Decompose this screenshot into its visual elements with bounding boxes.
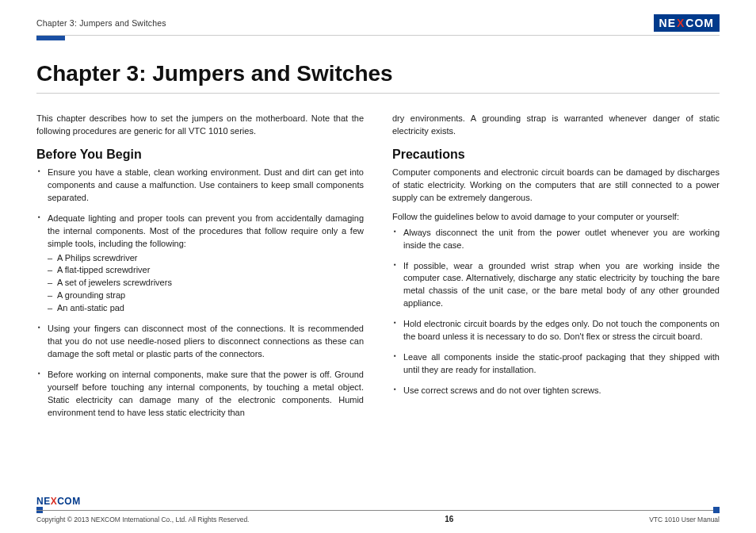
tool-item: A set of jewelers screwdrivers bbox=[36, 277, 364, 290]
tool-item: A flat-tipped screwdriver bbox=[36, 264, 364, 277]
precaution-item: If possible, wear a grounded wrist strap… bbox=[392, 260, 720, 311]
page-footer: NEXCOM Copyright © 2013 NEXCOM Internati… bbox=[36, 496, 720, 523]
precautions-p2: Follow the guidelines below to avoid dam… bbox=[392, 211, 720, 224]
before-item: Ensure you have a stable, clean working … bbox=[36, 167, 364, 205]
intro-paragraph: This chapter describes how to set the ju… bbox=[36, 113, 364, 138]
before-list-2: Using your fingers can disconnect most o… bbox=[36, 323, 364, 420]
precaution-item: Always disconnect the unit from the powe… bbox=[392, 227, 720, 252]
precaution-item: Hold electronic circuit boards by the ed… bbox=[392, 318, 720, 343]
right-column: dry environments. A grounding strap is w… bbox=[392, 113, 720, 533]
manual-name: VTC 1010 User Manual bbox=[649, 516, 720, 523]
footer-logo-b: COM bbox=[57, 496, 81, 507]
right-continuation: dry environments. A grounding strap is w… bbox=[392, 113, 720, 138]
before-list: Ensure you have a stable, clean working … bbox=[36, 167, 364, 251]
footer-rule bbox=[36, 508, 720, 512]
header-bar: Chapter 3: Jumpers and Switches NEXCOM bbox=[36, 14, 720, 36]
accent-bar bbox=[36, 36, 65, 40]
copyright-text: Copyright © 2013 NEXCOM International Co… bbox=[36, 516, 249, 523]
before-item: Before working on internal components, m… bbox=[36, 369, 364, 420]
precaution-item: Leave all components inside the static-p… bbox=[392, 351, 720, 377]
tool-item: A grounding strap bbox=[36, 290, 364, 302]
before-item: Adequate lighting and proper tools can p… bbox=[36, 213, 364, 251]
footer-logo-a: NE bbox=[36, 496, 51, 507]
tool-item: A Philips screwdriver bbox=[36, 252, 364, 265]
before-item: Using your fingers can disconnect most o… bbox=[36, 323, 364, 361]
before-heading: Before You Begin bbox=[36, 148, 364, 162]
tool-item: An anti-static pad bbox=[36, 302, 364, 315]
precautions-list: Always disconnect the unit from the powe… bbox=[392, 227, 720, 397]
tools-list: A Philips screwdriver A flat-tipped scre… bbox=[36, 252, 364, 316]
precautions-p1: Computer components and electronic circu… bbox=[392, 167, 720, 205]
footer-logo: NEXCOM bbox=[36, 496, 720, 507]
brand-logo: NEXCOM bbox=[654, 14, 720, 32]
page-number: 16 bbox=[445, 515, 453, 523]
footer-dot-right bbox=[713, 507, 720, 513]
left-column: This chapter describes how to set the ju… bbox=[36, 113, 364, 533]
chapter-title-wrap: Chapter 3: Jumpers and Switches bbox=[36, 61, 720, 94]
footer-logo-x: X bbox=[51, 496, 58, 507]
precaution-item: Use correct screws and do not over tight… bbox=[392, 385, 720, 397]
chapter-title: Chapter 3: Jumpers and Switches bbox=[36, 61, 720, 86]
content-columns: This chapter describes how to set the ju… bbox=[36, 113, 720, 533]
logo-part-x: X bbox=[676, 17, 685, 29]
logo-part-b: COM bbox=[685, 17, 714, 29]
breadcrumb: Chapter 3: Jumpers and Switches bbox=[36, 18, 166, 28]
logo-part-a: NE bbox=[659, 17, 676, 29]
precautions-heading: Precautions bbox=[392, 148, 720, 162]
